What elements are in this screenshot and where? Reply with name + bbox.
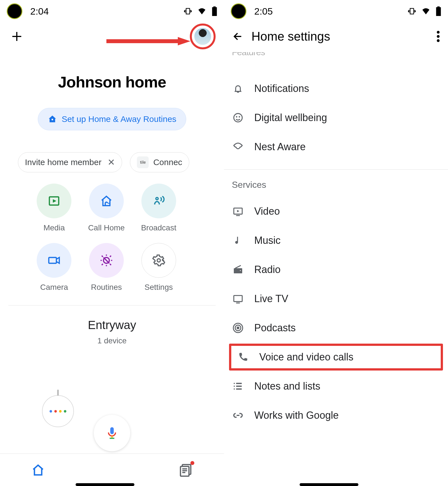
svg-point-17 xyxy=(239,116,240,117)
more-menu-button[interactable] xyxy=(437,31,440,42)
item-podcasts[interactable]: Podcasts xyxy=(224,313,448,342)
item-podcasts-label: Podcasts xyxy=(254,322,296,334)
svg-point-20 xyxy=(239,270,241,272)
action-camera[interactable]: Camera xyxy=(28,243,80,292)
svg-point-26 xyxy=(234,386,235,387)
item-voice-video-calls-label: Voice and video calls xyxy=(259,351,353,363)
wifi-icon xyxy=(197,7,207,15)
broadcast-icon xyxy=(141,184,176,218)
media-icon xyxy=(37,184,71,218)
bottom-nav xyxy=(0,453,224,486)
account-avatar[interactable] xyxy=(190,24,216,49)
item-voice-video-calls[interactable]: Voice and video calls xyxy=(229,344,443,371)
item-works-with-google-label: Works with Google xyxy=(254,409,339,421)
music-icon xyxy=(232,234,244,247)
connect-tile-chip[interactable]: tile Connec xyxy=(130,152,189,172)
room-name[interactable]: Entryway xyxy=(0,318,224,332)
mic-icon xyxy=(105,426,119,440)
list-icon xyxy=(232,380,244,392)
action-call-home-label: Call Home xyxy=(88,223,125,232)
item-notifications[interactable]: Notifications xyxy=(224,74,448,103)
invite-member-chip[interactable]: Invite home member ✕ xyxy=(18,152,122,172)
camera-icon xyxy=(37,243,71,278)
svg-point-13 xyxy=(437,35,440,38)
setup-routines-label: Set up Home & Away Routines xyxy=(62,114,176,124)
home-person-icon xyxy=(48,114,57,124)
status-bar-left: 2:04 xyxy=(0,0,224,22)
item-radio[interactable]: Radio xyxy=(224,255,448,284)
item-digital-wellbeing-label: Digital wellbeing xyxy=(254,112,327,124)
item-digital-wellbeing[interactable]: Digital wellbeing xyxy=(224,103,448,132)
item-nest-aware[interactable]: Nest Aware xyxy=(224,132,448,161)
item-notes-lists[interactable]: Notes and lists xyxy=(224,372,448,401)
svg-point-25 xyxy=(234,383,235,384)
quick-actions-grid: Media Call Home Broadcast Camera xyxy=(28,184,185,292)
action-camera-label: Camera xyxy=(40,283,68,292)
phone-left: 2:04 Johnson home Set up Home & Away Rou… xyxy=(0,0,224,486)
action-settings[interactable]: Settings xyxy=(132,243,185,292)
svg-point-12 xyxy=(437,31,440,34)
nest-icon xyxy=(232,141,244,153)
battery-icon xyxy=(212,6,217,16)
gesture-handle-icon xyxy=(300,483,358,486)
phone-right: 2:05 Home settings Features Notification… xyxy=(224,0,448,486)
highlight-ring-icon xyxy=(190,24,216,49)
back-button[interactable] xyxy=(232,31,244,42)
tv-icon xyxy=(232,293,244,305)
action-call-home[interactable]: Call Home xyxy=(80,184,133,232)
setup-routines-chip[interactable]: Set up Home & Away Routines xyxy=(38,108,186,130)
settings-toolbar: Home settings xyxy=(224,22,448,50)
svg-point-15 xyxy=(234,114,242,122)
action-routines-label: Routines xyxy=(91,283,122,292)
assistant-mic-fab[interactable] xyxy=(94,415,130,451)
feed-icon xyxy=(179,462,193,477)
item-music-label: Music xyxy=(254,235,281,246)
phone-icon xyxy=(237,351,249,363)
item-live-tv[interactable]: Live TV xyxy=(224,284,448,313)
action-settings-label: Settings xyxy=(144,283,173,292)
action-media[interactable]: Media xyxy=(28,184,80,232)
gesture-handle-icon xyxy=(76,483,134,486)
action-broadcast[interactable]: Broadcast xyxy=(132,184,185,232)
services-list: Video Music Radio Live TV xyxy=(224,197,448,430)
item-nest-aware-label: Nest Aware xyxy=(254,141,305,153)
home-name: Johnson home xyxy=(0,73,224,91)
wellbeing-icon xyxy=(232,112,244,124)
status-time: 2:05 xyxy=(254,6,273,17)
action-media-label: Media xyxy=(43,223,65,232)
tile-logo-icon: tile xyxy=(137,156,149,168)
notification-dot-icon xyxy=(7,3,22,19)
wifi-icon xyxy=(421,7,431,15)
svg-rect-6 xyxy=(49,258,57,263)
device-tile[interactable] xyxy=(42,395,74,427)
status-right-icons xyxy=(184,6,217,16)
item-video[interactable]: Video xyxy=(224,197,448,226)
status-time: 2:04 xyxy=(30,6,49,17)
svg-rect-21 xyxy=(234,295,242,302)
close-icon[interactable]: ✕ xyxy=(108,157,115,168)
item-video-label: Video xyxy=(254,205,280,217)
item-works-with-google[interactable]: Works with Google xyxy=(224,401,448,430)
svg-point-5 xyxy=(156,198,158,200)
nav-feed-button[interactable] xyxy=(179,462,193,478)
link-icon xyxy=(232,409,244,422)
item-music[interactable]: Music xyxy=(224,226,448,255)
google-dots-icon xyxy=(50,410,66,413)
call-home-icon xyxy=(89,184,124,218)
svg-point-27 xyxy=(234,388,235,390)
podcast-icon xyxy=(232,322,244,334)
item-live-tv-label: Live TV xyxy=(254,293,288,305)
add-button[interactable] xyxy=(10,30,24,43)
invite-member-label: Invite home member xyxy=(25,158,101,167)
nav-home-icon[interactable] xyxy=(31,463,45,477)
notification-dot-icon xyxy=(231,3,246,19)
svg-point-2 xyxy=(52,119,53,121)
action-routines[interactable]: Routines xyxy=(80,243,133,292)
svg-point-9 xyxy=(157,259,160,262)
status-bar-right: 2:05 xyxy=(224,0,448,22)
room-device-count: 1 device xyxy=(0,336,224,345)
connect-label: Connec xyxy=(153,158,182,167)
svg-point-16 xyxy=(236,116,237,117)
features-list: Notifications Digital wellbeing Nest Awa… xyxy=(224,74,448,161)
section-header-services: Services xyxy=(224,170,448,192)
